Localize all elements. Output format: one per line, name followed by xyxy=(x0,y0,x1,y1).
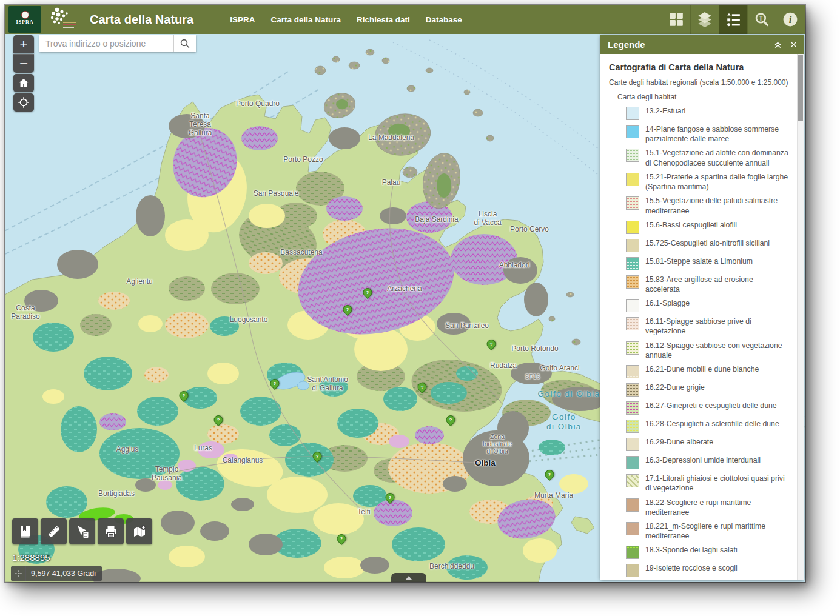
legend-collapse-button[interactable] xyxy=(770,37,785,53)
legend-button[interactable] xyxy=(719,5,747,34)
legend-item-label: 15.6-Bassi cespuglieti alofili xyxy=(645,220,737,230)
add-data-icon xyxy=(132,524,147,539)
legend-item: 16.28-Cespuglieti a sclerofille delle du… xyxy=(626,419,789,433)
info-button[interactable]: i xyxy=(776,5,804,34)
svg-text:T: T xyxy=(759,15,763,22)
legend-swatch xyxy=(626,257,639,270)
chevron-up-icon xyxy=(405,575,412,580)
legend-item: 15.5-Vegetazione delle paludi salmastre … xyxy=(626,196,789,215)
legend-heading: Cartografia di Carta della Natura xyxy=(609,62,789,72)
search-box xyxy=(39,35,196,52)
legend-swatch xyxy=(626,438,639,451)
add-data-button[interactable] xyxy=(126,518,152,544)
attribute-search-button[interactable]: T xyxy=(747,5,776,34)
legend-item: 19-Isolette rocciose e scogli xyxy=(626,563,789,577)
zoom-in-button[interactable]: + xyxy=(13,35,34,53)
bookmarks-button[interactable] xyxy=(12,518,38,544)
legend-item: 16.22-Dune grigie xyxy=(626,383,789,397)
info-icon: i xyxy=(782,12,798,27)
legend-body: Cartografia di Carta della Natura Carte … xyxy=(600,54,804,580)
legend-item-label: 16.3-Depressioni umide interdunali xyxy=(645,455,761,465)
legend-swatch xyxy=(626,173,639,186)
legend-group-label: Carta degli habitat xyxy=(617,93,789,101)
print-icon xyxy=(104,524,118,539)
measure-button[interactable] xyxy=(41,518,67,544)
legend-item: 15.83-Aree argillose ad erosione acceler… xyxy=(626,275,789,294)
legend-item-label: 16.22-Dune grigie xyxy=(645,383,705,392)
legend-item: 16.27-Ginepreti e cespuglieti delle dune xyxy=(626,401,789,415)
legend-item: 15.6-Bassi cespuglieti alofili xyxy=(626,220,789,234)
app-header: ISPRA Carta della Natura ISPRACarta dell… xyxy=(5,5,805,34)
legend-titlebar: Legende xyxy=(600,35,804,54)
legend-item-label: 15.1-Vegetazione ad alofite con dominanz… xyxy=(645,148,789,167)
legend-item-label: 16.12-Spiagge sabbiose con vegetazione a… xyxy=(645,341,789,360)
legend-item: 15.1-Vegetazione ad alofite con dominanz… xyxy=(626,148,789,167)
crosshair-icon xyxy=(14,569,22,578)
legend-item: 16.29-Dune alberate xyxy=(626,437,789,451)
search-icon xyxy=(180,38,190,49)
legend-item-label: 16.27-Ginepreti e cespuglieti delle dune xyxy=(645,401,777,410)
coordinates-value: 9,597 41,033 Gradi xyxy=(31,569,96,578)
legend-item: 16.3-Depressioni umide interdunali xyxy=(626,455,789,469)
search-button[interactable] xyxy=(173,35,196,52)
legend-item: 18.3-Sponde dei laghi salati xyxy=(626,545,789,559)
legend-scrollbar[interactable] xyxy=(797,54,804,580)
legend-item: 16.11-Spiagge sabbiose prive di vegetazi… xyxy=(626,316,789,336)
legend-item-label: 18.221_m-Scogliere e rupi marittime medi… xyxy=(645,521,789,541)
legend-item: 15.81-Steppe salate a Limonium xyxy=(626,256,789,270)
legend-item-label: 15.81-Steppe salate a Limonium xyxy=(645,256,753,266)
legend-swatch xyxy=(626,564,639,577)
legend-close-button[interactable] xyxy=(785,37,801,53)
legend-item: 18.221_m-Scogliere e rupi marittime medi… xyxy=(626,521,789,541)
app-title: Carta della Natura xyxy=(90,13,193,27)
network-logo[interactable] xyxy=(45,6,80,33)
bookmarks-icon xyxy=(18,524,33,539)
legend-swatch xyxy=(626,546,639,559)
select-button[interactable] xyxy=(69,518,95,544)
locate-button[interactable] xyxy=(13,93,34,112)
legend-item-label: 16.28-Cespuglieti a sclerofille delle du… xyxy=(645,419,779,429)
legend-subheading: Carte degli habitat regionali (scala 1:5… xyxy=(609,78,789,87)
legend-swatch xyxy=(626,221,639,234)
legend-item: 18.22-Scogliere e rupi marittime mediter… xyxy=(626,498,789,517)
legend-swatch xyxy=(626,420,639,433)
nav-carta-della-natura[interactable]: Carta della Natura xyxy=(270,15,341,24)
legend-item-label: 18.22-Scogliere e rupi marittime mediter… xyxy=(645,498,789,517)
legend-item-label: 17.1-Litorali ghiaiosi e ciottolosi quas… xyxy=(645,474,789,493)
legend-item: 13.2-Estuari xyxy=(626,106,789,120)
legend-item-label: 16.11-Spiagge sabbiose prive di vegetazi… xyxy=(645,316,789,336)
legend-item: 15.21-Praterie a spartina dalle foglie l… xyxy=(626,172,789,192)
ispra-logo[interactable]: ISPRA xyxy=(8,6,41,33)
scale-indicator: 1:288895 xyxy=(12,552,50,563)
legend-swatch xyxy=(626,456,639,469)
locate-icon xyxy=(18,96,30,109)
print-button[interactable] xyxy=(98,518,124,544)
legend-item-label: 13.2-Estuari xyxy=(645,106,685,116)
search-input[interactable] xyxy=(39,35,173,52)
basemap-gallery-button[interactable] xyxy=(662,5,690,34)
home-button[interactable] xyxy=(13,74,34,92)
nav-database[interactable]: Database xyxy=(426,15,462,24)
legend-swatch xyxy=(626,365,639,378)
ispra-emblem-icon xyxy=(21,11,29,19)
legend-item: 16.1-Spiagge xyxy=(626,298,789,312)
legend-swatch xyxy=(626,317,639,330)
legend-item: 16.21-Dune mobili e dune bianche xyxy=(626,364,789,378)
legend-swatch xyxy=(626,196,639,210)
map-toolbar xyxy=(12,518,152,544)
zoom-out-button[interactable]: − xyxy=(13,54,34,73)
nav-richiesta-dati[interactable]: Richiesta dati xyxy=(357,15,410,24)
legend-item-label: 18.3-Sponde dei laghi salati xyxy=(645,545,738,555)
legend-title: Legende xyxy=(608,39,645,50)
layer-list-button[interactable] xyxy=(690,5,719,34)
nav-ispra[interactable]: ISPRA xyxy=(230,15,255,24)
ispra-logo-text: ISPRA xyxy=(16,19,33,25)
legend-item: 15.725-Cespuglieti alo-nitrofili sicilia… xyxy=(626,238,789,252)
attribute-table-toggle[interactable] xyxy=(391,573,426,582)
app-window: ISPRA Carta della Natura ISPRACarta dell… xyxy=(5,5,805,582)
legend-swatch xyxy=(626,474,639,487)
searchT-icon: T xyxy=(754,12,770,27)
legend-scrollbar-thumb[interactable] xyxy=(798,55,803,121)
coordinate-crosshair-button[interactable] xyxy=(11,566,26,581)
legend-item-label: 15.83-Aree argillose ad erosione acceler… xyxy=(645,275,789,294)
